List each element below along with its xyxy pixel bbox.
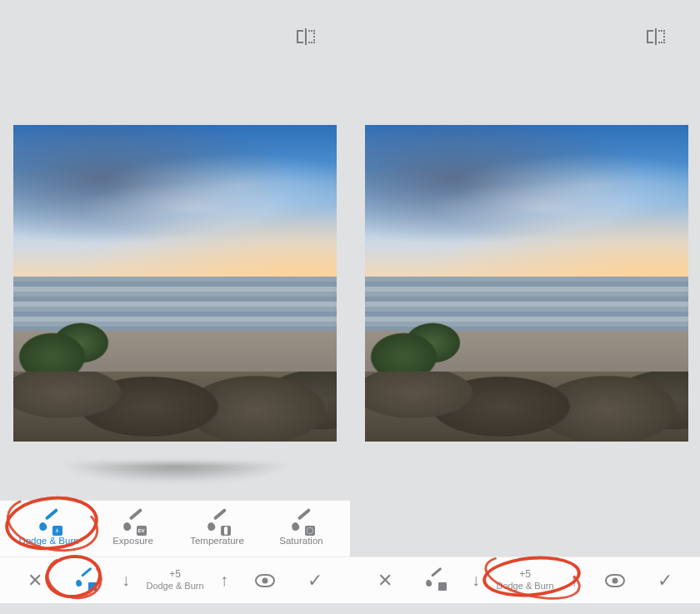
compare-icon[interactable]	[297, 28, 315, 45]
increase-button[interactable]: ↑	[565, 567, 583, 593]
brush-mode-button[interactable]	[67, 562, 103, 599]
eye-icon	[255, 574, 275, 587]
stepper-value: +5	[519, 569, 531, 581]
tool-label: Temperature	[190, 536, 244, 546]
photo-canvas[interactable]	[365, 125, 688, 442]
decrease-button[interactable]: ↓	[117, 567, 135, 593]
apply-button[interactable]: ✓	[647, 562, 683, 599]
badge-plus-minus-icon	[438, 582, 447, 591]
stepper-name: Dodge & Burn	[146, 581, 203, 592]
badge-plus-minus-icon: ±	[52, 526, 62, 536]
cancel-button[interactable]: ✕	[367, 562, 403, 599]
stepper-name: Dodge & Burn	[496, 581, 553, 592]
brush-tool-row: ± Dodge & Burn EV Exposure	[0, 500, 350, 557]
photo-drop-shadow	[10, 463, 340, 492]
tool-dodge-burn[interactable]: ± Dodge & Burn	[7, 514, 91, 546]
photo-canvas[interactable]	[13, 125, 337, 442]
phone-screen-right: ✕ ↓ +5 Dodge & Burn ↑ ✓	[350, 0, 700, 614]
edited-photo	[365, 125, 688, 442]
preview-button[interactable]	[247, 562, 283, 599]
tool-exposure[interactable]: EV Exposure	[91, 514, 175, 546]
editor-action-row: ✕ ↓ +5 Dodge & Burn ↑ ✓	[0, 557, 350, 603]
badge-plus-minus-icon	[88, 582, 97, 591]
check-icon: ✓	[308, 572, 322, 590]
badge-ev-icon: EV	[138, 528, 144, 533]
compare-icon[interactable]	[647, 28, 665, 45]
badge-thermometer-icon	[221, 526, 231, 536]
check-icon: ✓	[658, 572, 672, 590]
canvas-background	[350, 500, 700, 557]
cancel-button[interactable]: ✕	[17, 562, 53, 599]
edited-photo	[13, 125, 337, 442]
value-stepper: ↓ +5 Dodge & Burn ↑	[467, 567, 583, 593]
phone-screen-left: ± Dodge & Burn EV Exposure	[0, 0, 350, 614]
tool-label: Exposure	[112, 536, 153, 546]
close-icon: ✕	[378, 572, 392, 590]
editor-action-row: ✕ ↓ +5 Dodge & Burn ↑ ✓	[350, 557, 700, 603]
tool-temperature[interactable]: Temperature	[175, 514, 259, 546]
preview-button[interactable]	[597, 562, 633, 599]
apply-button[interactable]: ✓	[297, 562, 333, 599]
eye-icon	[605, 574, 625, 587]
stepper-value: +5	[169, 569, 181, 581]
value-stepper: ↓ +5 Dodge & Burn ↑	[117, 567, 233, 593]
badge-saturation-icon	[305, 526, 315, 536]
tool-saturation[interactable]: Saturation	[259, 514, 343, 546]
tool-label: Saturation	[279, 536, 322, 546]
close-icon: ✕	[28, 572, 42, 590]
decrease-button[interactable]: ↓	[467, 567, 485, 593]
tool-label: Dodge & Burn	[18, 536, 78, 546]
brush-mode-button[interactable]	[417, 562, 453, 599]
increase-button[interactable]: ↑	[215, 567, 233, 593]
